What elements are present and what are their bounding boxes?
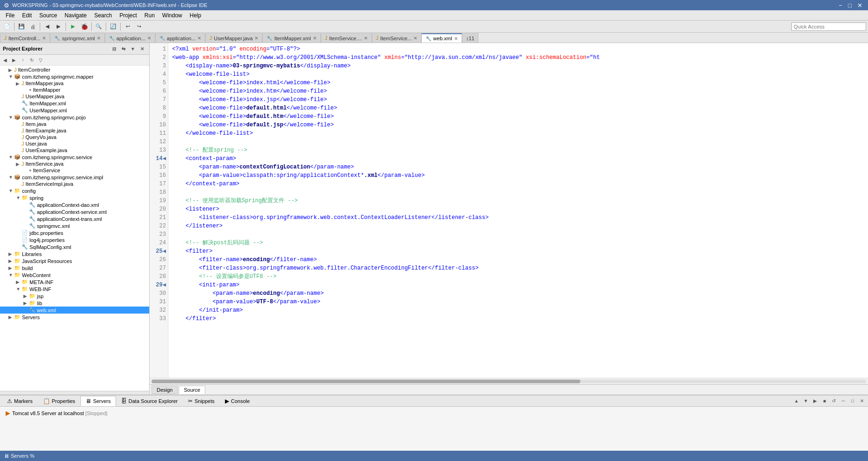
tab-application1[interactable]: 🔧 application... ✕ <box>105 33 155 43</box>
pe-back-btn[interactable]: ◀ <box>1 56 9 64</box>
pe-link-btn[interactable]: ⇆ <box>119 44 128 53</box>
tree-item-service-impl-pkg[interactable]: ▼ 📦 com.itzheng.springmvc.service.impl <box>0 174 149 181</box>
tab-close-6[interactable]: ✕ <box>364 36 368 41</box>
bp-tab-datasource[interactable]: 🗄 Data Source Explorer <box>116 396 183 406</box>
tree-item-log4j-props[interactable]: 📄 log4j.properties <box>0 236 149 243</box>
tab-usermapper-java[interactable]: J UserMapper.java ✕ <box>205 33 262 43</box>
tab-design[interactable]: Design <box>152 386 178 394</box>
tree-item-web-inf[interactable]: ▼ 📁 WEB-INF <box>0 285 149 293</box>
tree-item-itemmapper-java[interactable]: ▶ J ItemMapper.java <box>0 80 149 87</box>
toolbar-undo[interactable]: ↩ <box>123 22 133 32</box>
minimize-button[interactable]: − <box>837 2 845 9</box>
tree-item-itemservice-java[interactable]: ▶ J ItemService.java <box>0 161 149 167</box>
toolbar-search[interactable]: 🔍 <box>94 22 104 32</box>
hscroll-thumb[interactable] <box>152 380 580 383</box>
tree-item-sqlmap-xml[interactable]: 🔧 SqlMapConfig.xml <box>0 243 149 250</box>
tab-web-xml[interactable]: 🔧 web.xml ✕ <box>421 33 462 43</box>
tab-source[interactable]: Source <box>179 386 205 394</box>
tab-close-1[interactable]: ✕ <box>97 36 101 41</box>
tab-application2[interactable]: 🔧 application... ✕ <box>155 33 206 43</box>
menu-search[interactable]: Search <box>90 10 116 20</box>
tree-item-appctx-service[interactable]: 🔧 applicationContext-service.xml <box>0 208 149 215</box>
code-text[interactable]: <?xml version="1.0" encoding="UTF-8"?> <… <box>168 43 868 378</box>
menu-window[interactable]: Window <box>159 10 186 20</box>
pe-resize-handle[interactable] <box>0 391 149 395</box>
tree-item-config-folder[interactable]: ▼ 📁 config <box>0 187 149 194</box>
tree-item-servers[interactable]: ▶ 📁 Servers <box>0 314 149 321</box>
tree-item-web-xml[interactable]: 🔧 web.xml <box>0 307 149 314</box>
bp-btn-minimize[interactable]: ─ <box>839 397 847 405</box>
tree-item-jdbc-props[interactable]: 📄 jdbc.properties <box>0 229 149 236</box>
tree-item-libraries[interactable]: ▶ 📁 Libraries <box>0 250 149 257</box>
bp-btn-restart[interactable]: ↺ <box>830 397 838 405</box>
tree-item-queryvo-java[interactable]: J QueryVo.java <box>0 134 149 140</box>
tree-item-appctx-dao[interactable]: 🔧 applicationContext-dao.xml <box>0 201 149 208</box>
tree-item-build[interactable]: ▶ 📁 build <box>0 264 149 271</box>
toolbar-save[interactable]: 💾 <box>16 22 27 32</box>
pe-filter-btn[interactable]: ▽ <box>36 56 45 64</box>
tree-item-itemservice-impl[interactable]: ● ItemService <box>0 167 149 174</box>
tab-close-4[interactable]: ✕ <box>254 36 258 41</box>
bp-btn-maximize[interactable]: □ <box>848 397 857 405</box>
menu-source[interactable]: Source <box>36 10 61 20</box>
tree-item-spring-folder[interactable]: ▼ 📁 spring <box>0 194 149 201</box>
tree-item-itemmapper-impl[interactable]: ● ItemMapper <box>0 87 149 93</box>
tree-item-webcontent[interactable]: ▼ 📁 WebContent <box>0 271 149 278</box>
toolbar-debug[interactable]: 🐞 <box>79 22 89 32</box>
toolbar-run[interactable]: ▶ <box>68 22 78 32</box>
tree-item-pojo-pkg[interactable]: ▼ 📦 com.itzheng.springmvc.pojo <box>0 114 149 121</box>
toolbar-new[interactable]: 📄 <box>2 22 12 32</box>
tree-item-lib-folder[interactable]: ▶ 📁 lib <box>0 300 149 307</box>
bp-tab-console[interactable]: ▶ Console <box>220 396 255 406</box>
tree-item-itemcontroller[interactable]: ▶ J ItemController <box>0 66 149 73</box>
tab-close-0[interactable]: ✕ <box>42 36 46 41</box>
bp-btn-1[interactable]: ▲ <box>792 397 801 405</box>
toolbar-forward[interactable]: ▶ <box>53 22 64 32</box>
bp-tab-snippets[interactable]: ✂ Snippets <box>183 396 220 406</box>
pe-collapse-btn[interactable]: ⊟ <box>110 44 118 53</box>
tree-item-jsp-folder[interactable]: ▶ 📁 jsp <box>0 293 149 300</box>
tree-item-item-java[interactable]: J Item.java <box>0 121 149 127</box>
server-item-tomcat[interactable]: ▶ Tomcat v8.5 Server at localhost [Stopp… <box>4 409 864 417</box>
tree-item-usermapper-xml[interactable]: 🔧 UserMapper.xml <box>0 107 149 114</box>
tree-item-service-pkg[interactable]: ▼ 📦 com.itzheng.springmvc.service <box>0 154 149 161</box>
bp-tab-properties[interactable]: 📋 Properties <box>38 396 80 406</box>
pe-forward-btn[interactable]: ▶ <box>10 56 18 64</box>
bp-btn-2[interactable]: ▼ <box>802 397 810 405</box>
menu-help[interactable]: Help <box>186 10 205 20</box>
close-button[interactable]: ✕ <box>855 2 864 9</box>
maximize-button[interactable]: □ <box>846 2 854 9</box>
tree-item-itemserviceimpl-java[interactable]: J ItemServiceImpl.java <box>0 181 149 187</box>
tree-item-meta-inf[interactable]: ▶ 📁 META-INF <box>0 278 149 285</box>
tab-itemmapper-xml[interactable]: 🔧 ItemMapper.xml ✕ <box>262 33 320 43</box>
menu-edit[interactable]: Edit <box>18 10 36 20</box>
tab-itemservice2[interactable]: J ItemService... ✕ <box>372 33 421 43</box>
bp-btn-stop[interactable]: ■ <box>820 397 829 405</box>
tab-close-5[interactable]: ✕ <box>313 36 317 41</box>
tab-itemcontroller[interactable]: J ItemControll... ✕ <box>0 33 50 43</box>
toolbar-back[interactable]: ◀ <box>42 22 52 32</box>
code-content-area[interactable]: 1 2 3 4 5 6 7 8 9 10 11 12 13 14◀ 15 16 <box>150 43 868 378</box>
toolbar-redo[interactable]: ↪ <box>134 22 144 32</box>
tree-item-user-java[interactable]: J User.java <box>0 140 149 147</box>
bp-btn-start[interactable]: ▶ <box>811 397 819 405</box>
bp-tab-servers[interactable]: 🖥 Servers <box>80 396 116 406</box>
tab-close-2[interactable]: ✕ <box>147 36 151 41</box>
bp-btn-close[interactable]: ✕ <box>858 397 866 405</box>
tree-item-js-resources[interactable]: ▶ 📁 JavaScript Resources <box>0 257 149 264</box>
tree-item-itemexample-java[interactable]: J ItemExample.java <box>0 127 149 134</box>
tree-item-usermapper-java[interactable]: J UserMapper.java <box>0 93 149 100</box>
tab-close-3[interactable]: ✕ <box>197 36 201 41</box>
menu-file[interactable]: File <box>2 10 18 20</box>
tab-overflow[interactable]: ↕11 <box>462 33 479 43</box>
quick-access-input[interactable] <box>791 22 866 31</box>
toolbar-refresh[interactable]: 🔄 <box>108 22 118 32</box>
tree-item-userexample-java[interactable]: J UserExample.java <box>0 147 149 154</box>
menu-navigate[interactable]: Navigate <box>61 10 90 20</box>
tab-close-8[interactable]: ✕ <box>454 36 458 41</box>
tree-item-itemmapper-xml[interactable]: 🔧 ItemMapper.xml <box>0 100 149 107</box>
pe-refresh-btn[interactable]: ↻ <box>28 56 36 64</box>
tab-springmvc[interactable]: 🔧 springmvc.xml ✕ <box>50 33 104 43</box>
menu-project[interactable]: Project <box>116 10 140 20</box>
tree-item-springmvc-xml[interactable]: 🔧 springmvc.xml <box>0 222 149 229</box>
